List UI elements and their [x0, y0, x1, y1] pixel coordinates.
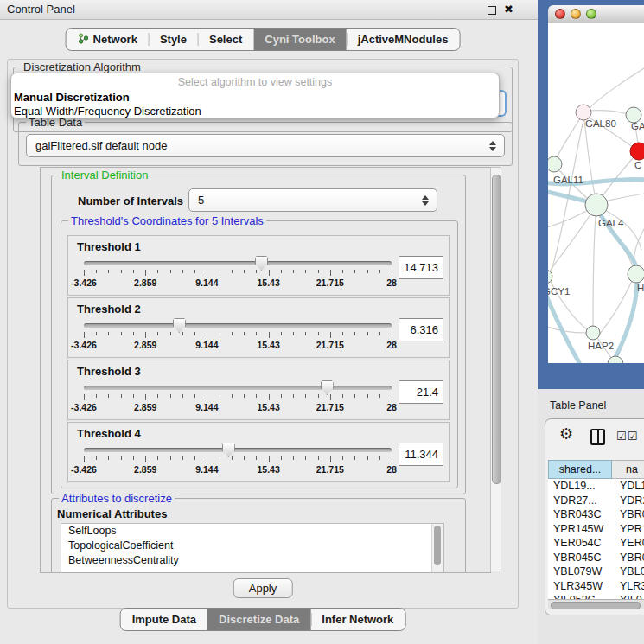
tick-mark [330, 270, 331, 276]
tick-mark [281, 332, 282, 335]
network-node-gcy1[interactable] [548, 270, 552, 284]
threshold-value-field[interactable]: 21.4 [399, 380, 443, 404]
minimize-traffic-light-icon[interactable] [571, 9, 581, 19]
cell-name: YBL0 [612, 565, 644, 577]
network-edge[interactable] [589, 68, 644, 109]
network-node[interactable] [608, 356, 623, 363]
threshold-slider-track[interactable] [84, 448, 392, 452]
tab-impute-data[interactable]: Impute Data [121, 609, 207, 630]
table-row[interactable]: YLR345WYLR3 [548, 579, 644, 594]
threshold-value-field[interactable]: 11.344 [399, 443, 443, 466]
slider-ticks [84, 394, 392, 401]
network-edge[interactable] [549, 214, 590, 272]
table-row[interactable]: YIL052CYIL0 [548, 593, 644, 599]
tab-cyni-toolbox[interactable]: Cyni Toolbox [253, 29, 346, 50]
main-scrollbar[interactable] [490, 167, 501, 571]
column-header-shared-name[interactable]: shared... [548, 460, 612, 479]
network-edge[interactable] [593, 216, 596, 326]
tick-mark [121, 456, 122, 460]
network-edge[interactable] [603, 194, 644, 201]
tab-label: Discretize Data [219, 613, 299, 626]
network-canvas[interactable]: GAL80GACGAL11GAL4HGCY1HAP2 [548, 23, 644, 363]
slider-thumb-icon[interactable] [255, 256, 268, 271]
tick-label: -3.426 [71, 277, 97, 288]
threshold-slider-track[interactable] [84, 386, 392, 390]
cell-name: YBR0 [612, 508, 644, 520]
slider-ticks [84, 456, 392, 463]
tick-mark [232, 456, 233, 460]
table-row[interactable]: YDL19...YDL1 [548, 479, 644, 494]
network-window-titlebar[interactable] [548, 5, 644, 24]
tick-mark [244, 394, 245, 398]
table-row[interactable]: YBR045CYBR0 [548, 551, 644, 565]
dropdown-option-manual-discretization[interactable]: Manual Discretization [11, 91, 499, 105]
tick-mark [232, 394, 233, 398]
network-node[interactable] [630, 143, 644, 160]
network-node-gal4[interactable] [585, 194, 608, 216]
threshold-value-field[interactable]: 6.316 [399, 318, 443, 341]
slider-thumb-icon[interactable] [222, 443, 235, 457]
tick-mark [281, 270, 282, 273]
tick-mark [84, 456, 85, 462]
apply-button[interactable]: Apply [233, 578, 293, 598]
threshold-slider-track[interactable] [84, 261, 392, 265]
zoom-traffic-light-icon[interactable] [586, 9, 596, 19]
network-edge[interactable] [548, 210, 588, 228]
number-of-intervals-select[interactable]: 5 [188, 188, 437, 212]
threshold-value-field[interactable]: 14.713 [399, 256, 443, 279]
threshold-slider-track[interactable] [84, 323, 392, 328]
network-graph: GAL80GACGAL11GAL4HGCY1HAP2 [548, 23, 644, 363]
slider-thumb-icon[interactable] [321, 380, 334, 395]
network-edge[interactable] [603, 157, 634, 196]
tick-mark [157, 456, 158, 460]
tick-mark [194, 456, 195, 460]
float-window-icon[interactable] [488, 6, 496, 15]
network-edge[interactable] [611, 283, 637, 363]
gear-icon[interactable]: ⚙ [559, 424, 573, 443]
columns-icon[interactable] [590, 429, 605, 445]
tick-mark [256, 332, 257, 335]
slider-thumb-icon[interactable] [173, 318, 186, 333]
attributes-scrollbar[interactable] [431, 524, 443, 573]
network-edge[interactable] [589, 111, 628, 114]
table-row[interactable]: YPR145WYPR1 [548, 522, 644, 537]
tick-mark [367, 456, 368, 460]
scrollbar-thumb[interactable] [551, 602, 641, 609]
column-header-name[interactable]: na [612, 460, 644, 479]
close-traffic-light-icon[interactable] [555, 9, 565, 19]
slider-ticks [84, 270, 392, 277]
table-hscrollbar[interactable] [548, 599, 644, 609]
table-data-select[interactable]: galFiltered.sif default node [26, 134, 505, 157]
table-row[interactable]: YBL079WYBL0 [548, 564, 644, 579]
network-edge[interactable] [548, 290, 582, 363]
table-row[interactable]: YDR27...YDR2 [548, 494, 644, 508]
tab-infer-network[interactable]: Infer Network [310, 609, 405, 630]
slider-tick-labels: -3.4262.8599.14415.4321.71528 [84, 402, 392, 412]
table-row[interactable]: YBR043CYBR0 [548, 507, 644, 522]
table-body[interactable]: YDL19...YDL1YDR27...YDR2YBR043CYBR0YPR14… [548, 479, 644, 599]
cell-shared-name: YPR145W [548, 523, 612, 535]
tab-style[interactable]: Style [149, 29, 198, 50]
checkbox-icons[interactable]: ☑☑ [616, 430, 638, 443]
network-edge[interactable] [548, 326, 586, 333]
node-label: HAP2 [588, 341, 614, 351]
network-node-hap2[interactable] [586, 326, 600, 340]
list-item[interactable]: SelfLoops [61, 524, 443, 539]
network-node-gal11[interactable] [548, 156, 562, 172]
dropdown-option-equal-width-frequency[interactable]: Equal Width/Frequency Discretization [11, 105, 499, 118]
tab-discretize-data[interactable]: Discretize Data [207, 609, 310, 630]
table-row[interactable]: YER054CYER0 [548, 536, 644, 551]
list-item[interactable]: BetweennessCentrality [61, 553, 443, 568]
scrollbar-thumb[interactable] [492, 175, 501, 484]
network-node[interactable] [628, 265, 644, 283]
tab-select[interactable]: Select [198, 29, 253, 50]
tab-network[interactable]: Network [67, 29, 149, 50]
list-item[interactable]: TopologicalCoefficient [61, 539, 443, 553]
tab-jactivemnodules[interactable]: jActiveMNodules [347, 29, 460, 50]
scrollbar-thumb[interactable] [434, 526, 441, 565]
close-icon[interactable]: ✖ [504, 3, 513, 16]
numerical-attributes-list[interactable]: SelfLoopsTopologicalCoefficientBetweenne… [61, 523, 444, 573]
tick-mark [121, 394, 122, 398]
tick-mark [182, 332, 183, 335]
tick-label: 15.43 [257, 340, 279, 350]
